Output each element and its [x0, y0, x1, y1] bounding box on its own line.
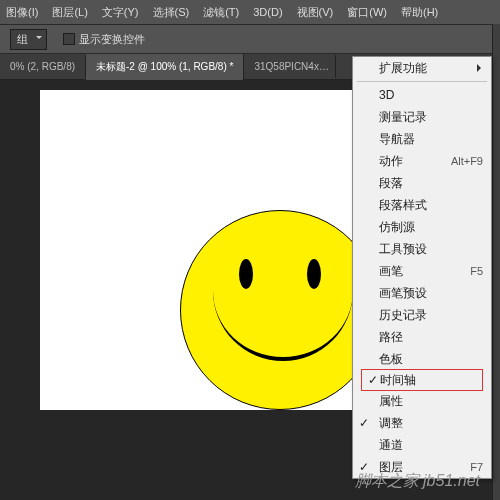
mi-导航器[interactable]: 导航器: [353, 128, 491, 150]
mi-段落样式[interactable]: 段落样式: [353, 194, 491, 216]
app-window: 图像(I) 图层(L) 文字(Y) 选择(S) 滤镜(T) 3D(D) 视图(V…: [0, 0, 500, 500]
menu-help[interactable]: 帮助(H): [401, 5, 438, 20]
mi-label: 段落: [379, 175, 403, 192]
mi-label: 段落样式: [379, 197, 427, 214]
mi-shortcut: F5: [470, 265, 483, 277]
mi-label: 工具预设: [379, 241, 427, 258]
watermark: 脚本之家 jb51.net: [355, 471, 480, 492]
mi-label: 路径: [379, 329, 403, 346]
mi-label: 历史记录: [379, 307, 427, 324]
doc-tab-1[interactable]: 未标题-2 @ 100% (1, RGB/8) *: [86, 54, 244, 80]
mi-label: 色板: [379, 351, 403, 368]
check-icon: ✓: [359, 416, 369, 430]
options-bar: 组 显示变换控件: [0, 24, 500, 54]
mi-历史记录[interactable]: 历史记录: [353, 304, 491, 326]
mi-画笔预设[interactable]: 画笔预设: [353, 282, 491, 304]
mi-shortcut: Alt+F9: [451, 155, 483, 167]
mi-extensions[interactable]: 扩展功能: [353, 57, 491, 79]
group-select[interactable]: 组: [10, 29, 47, 50]
mi-调整[interactable]: ✓调整: [353, 412, 491, 434]
mi-属性[interactable]: 属性: [353, 390, 491, 412]
menu-select[interactable]: 选择(S): [153, 5, 190, 20]
mi-label: 仿制源: [379, 219, 415, 236]
right-toolbar: [492, 24, 500, 500]
mi-色板[interactable]: 色板: [353, 348, 491, 370]
doc-tab-2[interactable]: 31Q58PICN4x…: [244, 55, 336, 78]
doc-tab-0[interactable]: 0% (2, RGB/8): [0, 55, 86, 78]
mi-label: 扩展功能: [379, 60, 427, 77]
smile: [213, 271, 353, 361]
mi-label: 调整: [379, 415, 403, 432]
mi-动作[interactable]: 动作Alt+F9: [353, 150, 491, 172]
mi-时间轴[interactable]: ✓时间轴: [361, 369, 483, 391]
mi-label: 通道: [379, 437, 403, 454]
menu-sep: [357, 81, 487, 82]
transform-label: 显示变换控件: [79, 32, 145, 47]
smiley-face: [180, 210, 380, 410]
menu-view[interactable]: 视图(V): [297, 5, 334, 20]
mi-label: 画笔预设: [379, 285, 427, 302]
mi-3D[interactable]: 3D: [353, 84, 491, 106]
mi-仿制源[interactable]: 仿制源: [353, 216, 491, 238]
mi-label: 时间轴: [380, 372, 416, 389]
mi-label: 导航器: [379, 131, 415, 148]
mi-路径[interactable]: 路径: [353, 326, 491, 348]
menu-filter[interactable]: 滤镜(T): [203, 5, 239, 20]
transform-checkbox[interactable]: [63, 33, 75, 45]
mi-label: 3D: [379, 88, 394, 102]
window-menu: 扩展功能 3D测量记录导航器动作Alt+F9段落段落样式仿制源工具预设画笔F5画…: [352, 56, 492, 479]
mi-通道[interactable]: 通道: [353, 434, 491, 456]
menu-layer[interactable]: 图层(L): [52, 5, 87, 20]
menu-type[interactable]: 文字(Y): [102, 5, 139, 20]
mi-测量记录[interactable]: 测量记录: [353, 106, 491, 128]
canvas[interactable]: [40, 90, 380, 410]
mi-工具预设[interactable]: 工具预设: [353, 238, 491, 260]
check-icon: ✓: [368, 373, 378, 387]
menu-3d[interactable]: 3D(D): [253, 6, 282, 18]
chevron-right-icon: [477, 64, 485, 72]
mi-段落[interactable]: 段落: [353, 172, 491, 194]
menu-image[interactable]: 图像(I): [6, 5, 38, 20]
mi-画笔[interactable]: 画笔F5: [353, 260, 491, 282]
mi-label: 测量记录: [379, 109, 427, 126]
mi-label: 动作: [379, 153, 403, 170]
mi-label: 画笔: [379, 263, 403, 280]
mi-label: 属性: [379, 393, 403, 410]
menubar: 图像(I) 图层(L) 文字(Y) 选择(S) 滤镜(T) 3D(D) 视图(V…: [0, 0, 500, 24]
menu-window[interactable]: 窗口(W): [347, 5, 387, 20]
